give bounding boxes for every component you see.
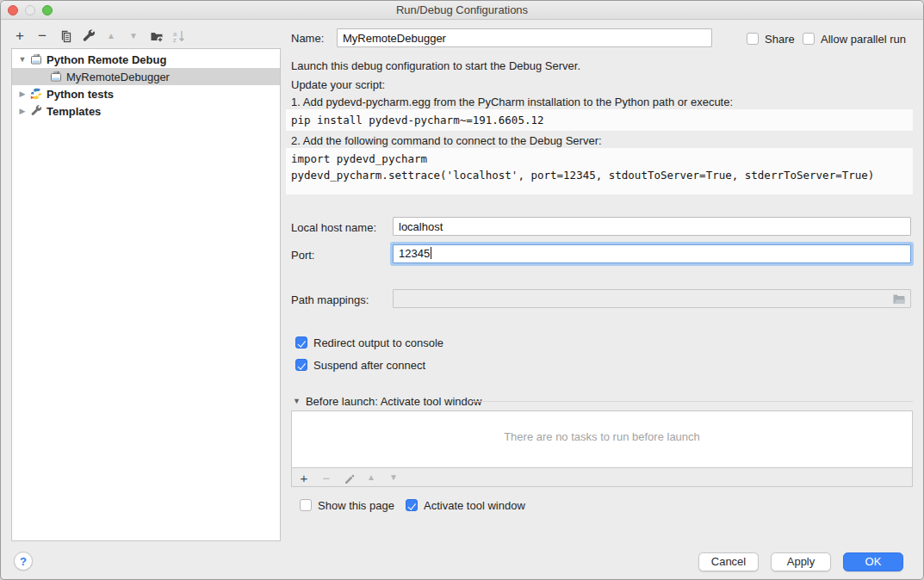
share-checkbox-row[interactable]: Share (747, 32, 795, 46)
pip-install-code: pip install pydevd-pycharm~=191.6605.12 (286, 109, 913, 131)
code-line: import pydevd_pycharm (291, 152, 427, 165)
tree-item-templates[interactable]: ▶ Templates (12, 102, 280, 120)
instruction-intro: Launch this debug configuration to start… (291, 58, 580, 75)
ok-button[interactable]: OK (843, 552, 903, 571)
remote-debug-config-icon (50, 71, 62, 83)
tree-item-label: MyRemoteDebugger (66, 71, 170, 83)
share-label: Share (765, 33, 795, 46)
suspend-after-connect-checkbox[interactable] (295, 359, 307, 371)
apply-button[interactable]: Apply (771, 552, 831, 571)
show-this-page-label: Show this page (318, 499, 394, 512)
move-task-up-button[interactable]: ▲ (363, 470, 379, 485)
wrench-icon (82, 29, 96, 43)
pencil-icon (344, 472, 355, 484)
section-divider (470, 401, 913, 402)
path-mappings-input[interactable] (393, 289, 911, 308)
tree-item-label: Python tests (47, 88, 114, 101)
before-launch-header[interactable]: ▼ Before launch: Activate tool window (293, 394, 481, 408)
redirect-output-checkbox[interactable] (295, 336, 307, 349)
new-folder-button[interactable] (149, 28, 164, 44)
sort-alphabetically-button[interactable]: a z (171, 28, 187, 44)
svg-text:z: z (173, 36, 177, 43)
redirect-output-checkbox-row[interactable]: Redirect output to console (295, 336, 443, 349)
python-tests-icon (30, 88, 42, 100)
configurations-tree: ▼ Python Remote Debug MyRe (11, 48, 281, 541)
port-input[interactable]: 12345 (393, 244, 911, 263)
instruction-step2: 2. Add the following command to connect … (291, 133, 602, 150)
task-list-toolbar: + − ▲ ▼ (291, 468, 913, 487)
copy-icon (59, 30, 72, 43)
window-title: Run/Debug Configurations (1, 1, 923, 20)
edit-task-button[interactable] (341, 470, 357, 485)
remote-debug-config-icon (30, 53, 42, 65)
name-input[interactable] (337, 28, 712, 47)
chevron-down-icon[interactable]: ▼ (18, 55, 27, 64)
remove-configuration-button[interactable]: − (34, 28, 50, 44)
triangle-up-icon: ▲ (107, 28, 115, 44)
empty-tasks-message: There are no tasks to run before launch (292, 430, 912, 443)
show-this-page-checkbox-row[interactable]: Show this page (300, 498, 394, 512)
move-up-button[interactable]: ▲ (103, 28, 119, 44)
chevron-right-icon[interactable]: ▶ (18, 107, 27, 115)
instruction-step1: 1. Add pydevd-pycharm.egg from the PyCha… (291, 94, 733, 111)
sort-az-icon: a z (172, 29, 186, 43)
move-down-button[interactable]: ▼ (126, 28, 141, 44)
title-bar[interactable]: Run/Debug Configurations (1, 1, 923, 20)
triangle-down-icon: ▼ (389, 470, 398, 485)
edit-defaults-button[interactable] (81, 28, 96, 44)
show-this-page-checkbox[interactable] (300, 499, 312, 511)
suspend-after-connect-label: Suspend after connect (313, 359, 425, 372)
port-value: 12345 (399, 247, 430, 260)
suspend-after-connect-checkbox-row[interactable]: Suspend after connect (295, 358, 425, 372)
share-checkbox[interactable] (747, 33, 759, 45)
plus-icon: + (301, 471, 308, 485)
chevron-right-icon[interactable]: ▶ (18, 89, 27, 98)
before-launch-title: Before launch: Activate tool window (306, 395, 482, 408)
activate-tool-window-checkbox[interactable] (406, 499, 418, 511)
path-mappings-label: Path mappings: (291, 291, 369, 309)
run-debug-configurations-dialog: Run/Debug Configurations + − ▲ ▼ a z (0, 0, 924, 580)
tree-item-python-tests[interactable]: ▶ Python tests (12, 85, 280, 102)
port-label: Port: (291, 246, 314, 264)
text-caret (431, 247, 431, 259)
remove-task-button[interactable]: − (319, 470, 334, 485)
tree-item-label: Templates (47, 105, 101, 118)
activate-tool-window-label: Activate tool window (424, 499, 525, 512)
minus-icon: − (323, 471, 331, 485)
allow-parallel-run-checkbox[interactable] (803, 33, 815, 45)
settrace-code: import pydevd_pycharm pydevd_pycharm.set… (286, 148, 913, 194)
add-task-button[interactable]: + (296, 470, 312, 485)
cancel-button[interactable]: Cancel (698, 552, 759, 571)
tree-item-myremotedebugger[interactable]: MyRemoteDebugger (12, 68, 280, 85)
before-launch-task-list[interactable]: There are no tasks to run before launch (291, 410, 913, 468)
minus-icon: − (38, 28, 47, 44)
triangle-up-icon: ▲ (367, 470, 375, 485)
name-label: Name: (291, 29, 324, 47)
instruction-update: Update your script: (291, 77, 385, 94)
local-host-input[interactable] (393, 217, 911, 236)
triangle-down-icon: ▼ (129, 28, 138, 44)
question-mark-icon: ? (20, 555, 27, 568)
activate-tool-window-checkbox-row[interactable]: Activate tool window (406, 498, 525, 512)
allow-parallel-run-checkbox-row[interactable]: Allow parallel run (803, 32, 906, 46)
add-configuration-button[interactable]: + (12, 28, 28, 44)
folder-icon[interactable] (892, 293, 906, 305)
allow-parallel-run-label: Allow parallel run (821, 33, 906, 46)
templates-wrench-icon (30, 105, 42, 117)
tree-item-label: Python Remote Debug (47, 53, 166, 66)
code-line: pydevd_pycharm.settrace('localhost', por… (291, 169, 874, 182)
folder-plus-icon (150, 29, 164, 43)
copy-configuration-button[interactable] (58, 28, 73, 44)
redirect-output-label: Redirect output to console (313, 336, 443, 349)
tree-item-python-remote-debug[interactable]: ▼ Python Remote Debug (12, 51, 280, 68)
help-button[interactable]: ? (14, 552, 33, 571)
plus-icon: + (16, 28, 24, 44)
local-host-label: Local host name: (291, 219, 376, 237)
chevron-down-icon[interactable]: ▼ (293, 397, 301, 405)
move-task-down-button[interactable]: ▼ (386, 470, 401, 485)
